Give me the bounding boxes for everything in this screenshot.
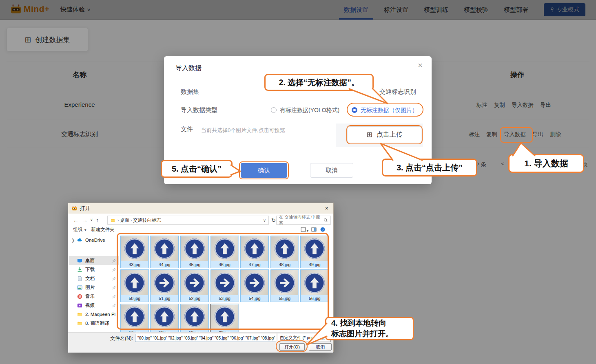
file-item[interactable]: 43.jpg [120, 236, 149, 268]
download-icon [77, 267, 82, 272]
address-bar[interactable]: › 桌面 › 交通转向标志 ∨ [107, 216, 269, 225]
filetype-select[interactable]: 自定义文件 (*.png;*.jpg;*.jp [278, 334, 331, 342]
dialog-cancel-button[interactable]: 取消 [309, 343, 332, 351]
radio-unlabeled-data-icon[interactable] [352, 107, 357, 113]
file-item[interactable]: 51.jpg [150, 269, 179, 302]
file-item[interactable]: 56.jpg [300, 269, 329, 302]
sidebar-item-label: 图片 [85, 285, 95, 291]
file-item[interactable]: 52.jpg [180, 269, 209, 302]
traffic-sign-up-arrow-icon [244, 238, 265, 259]
file-item[interactable]: 49.jpg [300, 236, 329, 268]
breadcrumb-item[interactable]: 交通转向标志 [133, 218, 161, 223]
radio-labeled-data-icon[interactable] [271, 107, 277, 113]
dialog-close-button[interactable]: × [323, 205, 330, 212]
file-name-label: 56.jpg [301, 296, 328, 302]
sidebar-item-videos[interactable]: 视频 [69, 301, 119, 310]
folder-icon [77, 321, 82, 326]
callout-step-5: 5. 点击“确认” [161, 160, 233, 178]
forward-button[interactable]: → [82, 217, 88, 223]
file-item[interactable]: 55.jpg [270, 269, 299, 302]
modal-close-button[interactable]: × [418, 61, 423, 70]
file-grid: 43.jpg44.jpg45.jpg46.jpg47.jpg48.jpg49.j… [120, 235, 330, 338]
folder-icon [110, 218, 115, 223]
help-button[interactable]: ? [320, 227, 325, 233]
file-thumbnail [301, 236, 328, 261]
file-thumbnail [121, 236, 148, 261]
address-dropdown-icon[interactable]: ∨ [263, 218, 266, 223]
cancel-button[interactable]: 取消 [310, 163, 353, 178]
breadcrumb-item[interactable]: 桌面 [120, 218, 129, 223]
traffic-sign-right-arrow-icon [184, 273, 205, 293]
back-button[interactable]: ← [73, 217, 79, 223]
upload-button[interactable]: ⊞ 点击上传 [348, 126, 421, 143]
file-name-label: 47.jpg [241, 262, 268, 268]
sidebar-item-documents[interactable]: 文档 [69, 274, 119, 283]
file-item[interactable]: 45.jpg [180, 236, 209, 268]
up-button[interactable]: ↑ [96, 217, 99, 223]
combo-arrow-icon[interactable]: ∨ [272, 336, 275, 340]
sidebar-item-pictures[interactable]: 图片 [69, 283, 119, 292]
search-input[interactable]: 在 交通转向标志 中搜索 [276, 216, 331, 225]
file-name-label: 52.jpg [181, 296, 208, 302]
file-item[interactable]: 50.jpg [120, 269, 149, 302]
expander-icon[interactable]: ❯ [71, 238, 75, 243]
traffic-sign-right-arrow-icon [244, 273, 265, 293]
dialog-bottom-bar: 文件名(N): "60.jpg" "01.jpg" "02.jpg" "03.j… [68, 332, 333, 353]
confirm-button[interactable]: 确认 [241, 163, 287, 178]
radio-unlabeled-data[interactable]: 无标注数据（仅图片） [361, 107, 418, 114]
navbar-dim-overlay [0, 0, 596, 20]
file-item[interactable]: 47.jpg [240, 236, 269, 268]
traffic-sign-up-arrow-icon [124, 307, 145, 327]
dataset-label: 数据集 [181, 88, 199, 96]
file-item[interactable]: 57.jpg [120, 304, 149, 336]
sidebar-item-onedrive[interactable]: ❯OneDrive [69, 236, 119, 245]
file-item[interactable]: 53.jpg [210, 269, 239, 302]
sidebar-item-desktop[interactable]: 桌面 [69, 256, 119, 265]
filetype-value: 自定义文件 (*.png;*.jpg;*.jp [280, 335, 331, 341]
preview-pane-button[interactable] [311, 227, 317, 233]
file-item[interactable]: 46.jpg [210, 236, 239, 268]
plus-square-icon: ⊞ [366, 131, 372, 138]
file-name-label: 44.jpg [151, 262, 178, 268]
recent-locations-button[interactable]: ∨ [90, 218, 93, 222]
filename-value: "60.jpg" "01.jpg" "02.jpg" "03.jpg" "04.… [137, 336, 276, 340]
organize-button[interactable]: 组织 ▼ [73, 227, 87, 233]
sidebar-item-label: 音乐 [85, 293, 95, 300]
sidebar-item-folder-translate[interactable]: 8. 葡语翻译 [69, 319, 119, 328]
traffic-sign-up-arrow-icon [275, 238, 295, 259]
sidebar-item-folder-maqueen[interactable]: 2. Maqueen Pl [69, 310, 119, 319]
file-thumbnail [211, 236, 238, 261]
sidebar-item-label: 文档 [85, 276, 95, 282]
file-item[interactable]: 44.jpg [150, 236, 179, 268]
file-name-label: 55.jpg [271, 296, 299, 302]
search-placeholder: 在 交通转向标志 中搜索 [279, 214, 323, 226]
file-item[interactable]: 60.jpg [210, 304, 239, 336]
sidebar-item-downloads[interactable]: 下载 [69, 265, 119, 274]
new-folder-button[interactable]: 新建文件夹 [91, 227, 115, 233]
pictures-icon [77, 285, 82, 290]
file-name-label: 48.jpg [271, 262, 299, 268]
breadcrumb-separator-icon: › [129, 218, 133, 223]
file-item[interactable]: 58.jpg [150, 304, 179, 336]
file-thumbnail [151, 304, 178, 329]
file-thumbnail [121, 304, 148, 329]
dialog-navrow: ← → ∨ ↑ › 桌面 › 交通转向标志 ∨ ↻ 在 交通转向标志 中搜索 [68, 214, 333, 227]
file-name-label: 45.jpg [181, 262, 208, 268]
refresh-button[interactable]: ↻ [271, 217, 276, 223]
open-button[interactable]: 打开(O) [279, 343, 305, 351]
file-thumbnail [121, 270, 148, 295]
traffic-sign-up-arrow-icon [304, 273, 325, 293]
file-item[interactable]: 54.jpg [240, 269, 269, 302]
file-name-label: 49.jpg [301, 262, 328, 268]
callout-step-2: 2. 选择“无标注数据”。 [264, 74, 374, 91]
dialog-toolbar: 组织 ▼ 新建文件夹 ▼ ? [68, 227, 333, 233]
pin-icon [112, 258, 116, 263]
view-mode-button[interactable]: ▼ [301, 227, 309, 233]
file-selection-hint[interactable]: 当前共选择0个图片文件,点击可预览 [201, 127, 285, 134]
filename-combobox[interactable]: "60.jpg" "01.jpg" "02.jpg" "03.jpg" "04.… [135, 334, 276, 342]
traffic-sign-up-arrow-icon [304, 238, 325, 259]
file-item[interactable]: 59.jpg [180, 304, 209, 336]
file-item[interactable]: 48.jpg [270, 236, 299, 268]
radio-labeled-data[interactable]: 有标注数据(YOLO格式) [280, 107, 339, 114]
sidebar-item-music[interactable]: 音乐 [69, 292, 119, 301]
